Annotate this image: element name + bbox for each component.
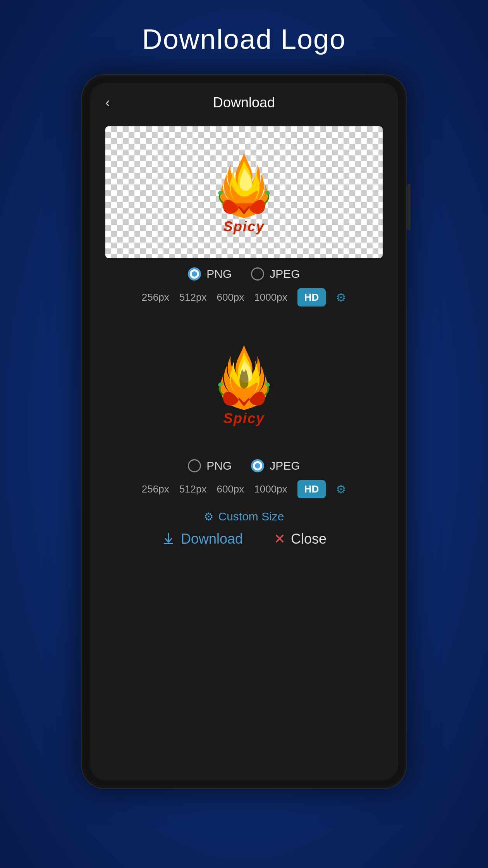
format-row-2: PNG JPEG — [105, 459, 383, 472]
jpeg-radio-1[interactable] — [251, 267, 264, 281]
logo-dark: Spicy — [201, 338, 287, 431]
size-512-2[interactable]: 512px — [179, 483, 207, 495]
back-button[interactable]: ‹ — [105, 95, 110, 111]
svg-rect-6 — [164, 543, 173, 544]
size-row-1: 256px 512px 600px 1000px HD ⚙ — [105, 288, 383, 307]
close-action[interactable]: ✕ Close — [274, 531, 326, 547]
download-action[interactable]: Download — [162, 531, 243, 547]
svg-text:Spicy: Spicy — [223, 219, 265, 234]
png-label-2: PNG — [206, 459, 232, 472]
bottom-actions: Download ✕ Close — [105, 531, 383, 547]
close-label[interactable]: Close — [291, 531, 326, 547]
preview-dark-bg: Spicy — [105, 318, 383, 450]
jpeg-radio-2[interactable] — [251, 459, 264, 472]
jpeg-option-1[interactable]: JPEG — [251, 267, 300, 281]
phone-side-button — [407, 184, 411, 230]
jpeg-label-2: JPEG — [270, 459, 300, 472]
png-label-1: PNG — [206, 267, 232, 281]
size-512-1[interactable]: 512px — [179, 291, 207, 303]
close-x-icon: ✕ — [274, 531, 285, 547]
size-1000-2[interactable]: 1000px — [254, 483, 287, 495]
size-row-2: 256px 512px 600px 1000px HD ⚙ — [105, 480, 383, 498]
download-icon — [162, 532, 175, 546]
preview-transparent-bg: Spicy — [105, 126, 383, 258]
size-256-1[interactable]: 256px — [142, 291, 169, 303]
png-option-1[interactable]: PNG — [188, 267, 232, 281]
gear-icon-2[interactable]: ⚙ — [336, 482, 346, 496]
svg-text:Spicy: Spicy — [223, 410, 265, 426]
custom-size-label[interactable]: Custom Size — [218, 510, 284, 523]
page-title: Download Logo — [142, 23, 346, 55]
hd-button-2[interactable]: HD — [297, 480, 326, 498]
jpeg-option-2[interactable]: JPEG — [251, 459, 300, 472]
size-256-2[interactable]: 256px — [142, 483, 169, 495]
png-radio-1[interactable] — [188, 267, 201, 281]
size-1000-1[interactable]: 1000px — [254, 291, 287, 303]
format-row-1: PNG JPEG — [105, 267, 383, 281]
jpeg-label-1: JPEG — [270, 267, 300, 281]
content-area: Spicy PNG JPEG 256px — [90, 119, 398, 563]
custom-size-gear-icon: ⚙ — [204, 510, 213, 523]
png-radio-2[interactable] — [188, 459, 201, 472]
download-label[interactable]: Download — [181, 531, 243, 547]
hd-button-1[interactable]: HD — [297, 288, 326, 307]
screen-title: Download — [213, 95, 275, 111]
custom-size-row[interactable]: ⚙ Custom Size — [105, 510, 383, 523]
phone-frame: ‹ Download — [81, 74, 407, 789]
logo-transparent: Spicy — [201, 146, 287, 239]
size-600-2[interactable]: 600px — [217, 483, 244, 495]
size-600-1[interactable]: 600px — [217, 291, 244, 303]
png-option-2[interactable]: PNG — [188, 459, 232, 472]
gear-icon-1[interactable]: ⚙ — [336, 291, 346, 304]
top-bar: ‹ Download — [90, 83, 398, 119]
phone-screen: ‹ Download — [90, 83, 398, 780]
